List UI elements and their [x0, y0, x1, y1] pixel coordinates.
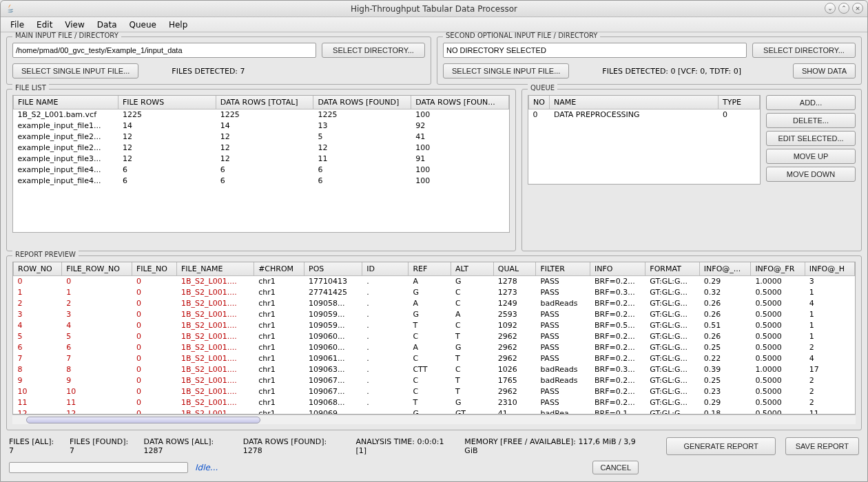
- table-row[interactable]: 9901B_S2_L001....chr1109067....CT1765bad…: [14, 375, 855, 386]
- second-input-legend: SECOND OPTIONAL INPUT FILE / DIRECTORY: [443, 32, 600, 39]
- queue-add-button[interactable]: ADD...: [766, 95, 856, 110]
- table-row[interactable]: example_input_file1...14141392: [14, 120, 509, 132]
- column-header[interactable]: INFO@_...: [699, 262, 751, 276]
- queue-table[interactable]: NONAMETYPE 0DATA PREPROCESSING0: [528, 96, 760, 120]
- column-header[interactable]: QUAL: [493, 262, 536, 276]
- column-header[interactable]: #CHROM: [254, 262, 304, 276]
- menu-data[interactable]: Data: [92, 19, 123, 31]
- cancel-button[interactable]: CANCEL: [592, 461, 639, 474]
- column-header[interactable]: FILE_ROW_NO: [62, 262, 132, 276]
- status-files-all: FILES [ALL]: 7: [9, 437, 60, 455]
- app-window: High-Throughput Tabular Data Processor ⌄…: [0, 0, 868, 482]
- table-row[interactable]: example_input_file3...12121191: [14, 154, 509, 165]
- main-input-group: MAIN INPUT FILE / DIRECTORY SELECT DIREC…: [6, 36, 431, 85]
- file-list-group: FILE LIST FILE NAMEFILE ROWSDATA ROWS [T…: [6, 89, 516, 251]
- main-select-file-button[interactable]: SELECT SINGLE INPUT FILE...: [12, 63, 138, 78]
- report-table[interactable]: ROW_NOFILE_ROW_NOFILE_NOFILE_NAME#CHROMP…: [13, 262, 855, 415]
- table-row[interactable]: 6601B_S2_L001....chr1109060....AG2962PAS…: [14, 342, 855, 353]
- save-report-button[interactable]: SAVE REPORT: [785, 437, 859, 455]
- column-header[interactable]: TYPE: [719, 96, 760, 109]
- queue-group: QUEUE NONAMETYPE 0DATA PREPROCESSING0 AD…: [521, 89, 862, 251]
- column-header[interactable]: ROW_NO: [14, 262, 62, 276]
- table-row[interactable]: 7701B_S2_L001....chr1109061....CT2962PAS…: [14, 353, 855, 364]
- column-header[interactable]: FILTER: [536, 262, 590, 276]
- column-header[interactable]: DATA ROWS [FOUN...: [411, 96, 509, 109]
- table-row[interactable]: 0001B_S2_L001....chr117710413.AG1278PASS…: [14, 276, 855, 287]
- file-list-table[interactable]: FILE NAMEFILE ROWSDATA ROWS [TOTAL]DATA …: [13, 96, 509, 187]
- column-header[interactable]: INFO: [590, 262, 645, 276]
- menu-queue[interactable]: Queue: [123, 19, 161, 31]
- second-select-file-button[interactable]: SELECT SINGLE INPUT FILE...: [443, 63, 569, 78]
- status-bar: FILES [ALL]: 7 FILES [FOUND]: 7 DATA ROW…: [6, 434, 862, 455]
- table-row[interactable]: example_input_file4...666100: [14, 176, 509, 187]
- status-memory: MEMORY [FREE / AVAILABLE]: 117,6 MiB / 3…: [464, 437, 647, 455]
- queue-delete-button[interactable]: DELETE...: [766, 113, 856, 128]
- table-row[interactable]: 4401B_S2_L001....chr1109059....TC1092PAS…: [14, 320, 855, 331]
- progress-bar: [9, 462, 188, 473]
- titlebar: High-Throughput Tabular Data Processor ⌄…: [1, 1, 867, 17]
- column-header[interactable]: NAME: [550, 96, 719, 109]
- table-row[interactable]: 1B_S2_L001.bam.vcf122512251225100: [14, 109, 509, 120]
- main-select-directory-button[interactable]: SELECT DIRECTORY...: [322, 43, 425, 58]
- status-files-found: FILES [FOUND]: 7: [70, 437, 134, 455]
- column-header[interactable]: REF: [409, 262, 451, 276]
- queue-legend: QUEUE: [528, 84, 557, 92]
- main-files-detected: FILES DETECTED: 7: [172, 67, 245, 76]
- table-row[interactable]: example_input_file2...121212100: [14, 143, 509, 154]
- menu-help[interactable]: Help: [163, 19, 193, 31]
- column-header[interactable]: INFO@_FR: [751, 262, 805, 276]
- show-data-button[interactable]: SHOW DATA: [793, 63, 856, 78]
- report-preview-legend: REPORT PREVIEW: [12, 251, 79, 258]
- status-rows-all: DATA ROWS [ALL]: 1287: [144, 437, 234, 455]
- column-header[interactable]: FILE_NAME: [177, 262, 254, 276]
- column-header[interactable]: ID: [362, 262, 409, 276]
- column-header[interactable]: FORMAT: [645, 262, 700, 276]
- table-row[interactable]: 5501B_S2_L001....chr1109060....CT2962PAS…: [14, 331, 855, 342]
- table-row[interactable]: 3301B_S2_L001....chr1109059....GA2593PAS…: [14, 309, 855, 320]
- table-row[interactable]: 2201B_S2_L001....chr1109058....AC1249bad…: [14, 298, 855, 309]
- report-preview-group: REPORT PREVIEW ROW_NOFILE_ROW_NOFILE_NOF…: [6, 255, 862, 430]
- queue-movedown-button[interactable]: MOVE DOWN: [766, 167, 856, 182]
- column-header[interactable]: ALT: [451, 262, 494, 276]
- status-analysis-time: ANALYSIS TIME: 0:0:0:1 [1]: [355, 437, 455, 455]
- column-header[interactable]: FILE ROWS: [118, 96, 216, 109]
- table-row[interactable]: example_input_file2...1212541: [14, 132, 509, 143]
- second-files-detected: FILES DETECTED: 0 [VCF: 0, TDTF: 0]: [602, 67, 741, 76]
- status-idle: Idle...: [195, 463, 218, 472]
- column-header[interactable]: INFO@_H: [805, 262, 854, 276]
- main-input-legend: MAIN INPUT FILE / DIRECTORY: [12, 32, 121, 39]
- minimize-button[interactable]: ⌄: [825, 3, 836, 14]
- table-row[interactable]: example_input_file4...666100: [14, 165, 509, 176]
- column-header[interactable]: DATA ROWS [FOUND]: [313, 96, 411, 109]
- menu-file[interactable]: File: [5, 19, 30, 31]
- column-header[interactable]: FILE_NO: [132, 262, 176, 276]
- table-row[interactable]: 101001B_S2_L001....chr1109067....CT2962P…: [14, 386, 855, 397]
- maximize-button[interactable]: ⌃: [838, 3, 849, 14]
- column-header[interactable]: NO: [529, 96, 550, 109]
- file-list-legend: FILE LIST: [12, 84, 49, 92]
- column-header[interactable]: DATA ROWS [TOTAL]: [216, 96, 313, 109]
- window-title: High-Throughput Tabular Data Processor: [351, 4, 517, 14]
- generate-report-button[interactable]: GENERATE REPORT: [666, 437, 775, 455]
- second-input-group: SECOND OPTIONAL INPUT FILE / DIRECTORY S…: [437, 36, 862, 85]
- close-button[interactable]: ×: [852, 3, 863, 14]
- queue-moveup-button[interactable]: MOVE UP: [766, 149, 856, 164]
- menu-view[interactable]: View: [59, 19, 90, 31]
- column-header[interactable]: POS: [304, 262, 362, 276]
- status-rows-found: DATA ROWS [FOUND]: 1278: [243, 437, 347, 455]
- menubar: File Edit View Data Queue Help: [1, 17, 867, 32]
- queue-edit-button[interactable]: EDIT SELECTED...: [766, 131, 856, 146]
- table-row[interactable]: 121201B_S2_L001....chr1109069....GGT41ba…: [14, 408, 855, 415]
- table-row[interactable]: 1101B_S2_L001....chr127741425.GC1273PASS…: [14, 287, 855, 298]
- java-icon: [5, 3, 16, 14]
- table-row[interactable]: 8801B_S2_L001....chr1109063....CTTC1026b…: [14, 364, 855, 375]
- table-row[interactable]: 111101B_S2_L001....chr1109068....TG2310P…: [14, 397, 855, 408]
- second-select-directory-button[interactable]: SELECT DIRECTORY...: [752, 43, 856, 58]
- report-hscrollbar[interactable]: [12, 415, 856, 424]
- second-input-path[interactable]: [443, 43, 747, 58]
- menu-edit[interactable]: Edit: [31, 19, 58, 31]
- column-header[interactable]: FILE NAME: [14, 96, 118, 109]
- table-row[interactable]: 0DATA PREPROCESSING0: [529, 109, 760, 120]
- main-input-path[interactable]: [12, 43, 316, 58]
